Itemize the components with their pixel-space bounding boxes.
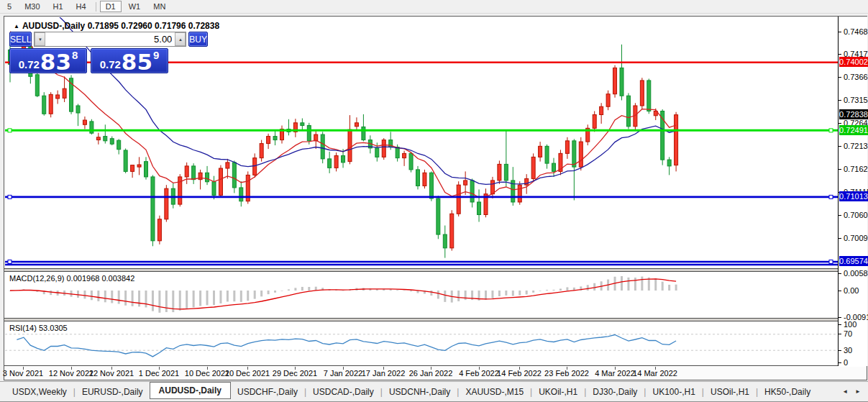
- chart-tab-bar: USDX,Weekly|EURUSD-,DailyAUDUSD-,DailyUS…: [0, 381, 868, 402]
- hline-price-badge: 0.69574: [839, 256, 868, 266]
- date-label: 26 Jan 2022: [409, 369, 453, 378]
- bid-price-big: 83: [40, 53, 71, 71]
- tab-scroll-right-icon[interactable]: ►: [855, 388, 861, 395]
- tab-usdchf-daily[interactable]: USDCHF-,Daily: [231, 384, 304, 400]
- date-label: 4 Feb 2022: [459, 369, 499, 378]
- buy-price-tile[interactable]: 0.72 85 9: [91, 48, 168, 73]
- tab-dj30-daily[interactable]: DJ30-,Daily: [586, 384, 644, 400]
- chart-title: ▲AUDUSD-,Daily 0.71895 0.72960 0.71796 0…: [14, 21, 219, 31]
- ask-price-prefix: 0.72: [100, 59, 121, 70]
- bid-price-prefix: 0.72: [19, 59, 40, 70]
- tab-uk100-h1[interactable]: UK100-,H1: [646, 384, 701, 400]
- tab-usoil-h1[interactable]: USOil-,H1: [704, 384, 756, 400]
- sell-button[interactable]: SELL: [9, 32, 32, 47]
- volume-decrease-button[interactable]: ▼: [35, 32, 45, 46]
- timeframe-button-mn[interactable]: MN: [147, 1, 171, 12]
- tab-ukoil-h1[interactable]: UKOil-,H1: [532, 384, 584, 400]
- rsi-value: 53.0305: [39, 324, 68, 332]
- tab-usdx-weekly[interactable]: USDX,Weekly: [6, 384, 73, 400]
- axis-tick-mark: [839, 350, 841, 351]
- timeframe-button-m30[interactable]: M30: [19, 1, 45, 12]
- hline-price-badge: 0.72491: [839, 125, 868, 135]
- macd-name: MACD(12,26,9): [9, 274, 64, 283]
- axis-tick-mark: [839, 32, 841, 32]
- date-label: 12 Nov 2021: [49, 369, 93, 378]
- rsi-panel[interactable]: [5, 322, 838, 365]
- axis-tick-mark: [839, 362, 841, 363]
- bid-price-pip: 8: [72, 50, 78, 60]
- price-tick-label: 0.74685: [844, 27, 868, 36]
- axis-tick-mark: [839, 324, 841, 325]
- axis-tick-mark: [839, 215, 841, 216]
- date-label: 22 Nov 2021: [89, 369, 134, 378]
- macd-tick-label: 0.00: [844, 286, 859, 295]
- volume-input[interactable]: [45, 32, 175, 46]
- tab-eurusd-daily[interactable]: EURUSD-,Daily: [76, 384, 150, 400]
- tab-usdcad-daily[interactable]: USDCAD-,Daily: [306, 384, 380, 400]
- price-tick-label: 0.70605: [844, 211, 868, 219]
- axis-tick-mark: [839, 291, 841, 291]
- rsi-tick-label: 70: [844, 329, 852, 338]
- timeframe-button-h4[interactable]: H4: [70, 1, 92, 12]
- price-tick-label: 0.72135: [844, 142, 868, 150]
- one-click-trading-panel: SELL ▼ ▲ BUY 0.72 83 8 0.72: [9, 32, 168, 73]
- axis-tick-mark: [839, 273, 841, 274]
- timeframe-button-h1[interactable]: H1: [47, 1, 69, 12]
- macd-label: MACD(12,26,9) 0.001968 0.003842: [9, 274, 134, 283]
- price-tick-label: 0.70095: [844, 234, 868, 242]
- rsi-tick-label: 30: [844, 346, 852, 355]
- price-axis[interactable]: 0.746850.741750.736650.731550.726450.721…: [838, 17, 867, 366]
- date-label: 29 Dec 2021: [273, 369, 317, 378]
- price-tick-label: 0.71625: [844, 165, 868, 173]
- chart-window: ▲AUDUSD-,Daily 0.71895 0.72960 0.71796 0…: [4, 16, 867, 380]
- rsi-tick-label: 0: [844, 358, 848, 367]
- tab-usdcnh-daily[interactable]: USDCNH-,Daily: [383, 384, 457, 400]
- tab-audusd-daily[interactable]: AUDUSD-,Daily: [150, 382, 231, 399]
- timeframe-button-5[interactable]: 5: [1, 1, 17, 12]
- date-label: 7 Jan 2022: [324, 369, 362, 378]
- ask-price-pip: 9: [153, 50, 159, 60]
- axis-tick-mark: [839, 317, 841, 318]
- ask-price-big: 85: [122, 53, 152, 71]
- tab-scroll-left-icon[interactable]: ◄: [842, 388, 848, 395]
- date-axis[interactable]: 3 Nov 202112 Nov 202122 Nov 20211 Dec 20…: [4, 367, 867, 380]
- panel-splitter[interactable]: [4, 268, 867, 272]
- axis-tick-mark: [839, 169, 841, 170]
- date-label: 20 Dec 2021: [225, 369, 270, 378]
- date-label: 14 Feb 2022: [497, 369, 542, 378]
- buy-button[interactable]: BUY: [188, 32, 208, 47]
- chevron-down-icon: ▼: [38, 37, 42, 42]
- tab-xauusd-m15[interactable]: XAUUSD-,M15: [459, 384, 530, 400]
- date-label: 23 Feb 2022: [544, 369, 589, 378]
- timeframe-button-d1[interactable]: D1: [100, 1, 122, 12]
- timeframe-toolbar: 5M30H1H4D1W1MN: [0, 0, 868, 14]
- chart-symbol-label: AUDUSD-,Daily: [22, 21, 85, 31]
- date-label: 4 Mar 2022: [595, 369, 635, 378]
- axis-tick-mark: [839, 123, 841, 124]
- price-tick-label: 0.73155: [844, 96, 868, 104]
- panel-splitter[interactable]: [4, 318, 867, 321]
- axis-tick-mark: [839, 238, 841, 239]
- axis-tick-mark: [839, 100, 841, 101]
- symbol-arrow-icon: ▲: [14, 23, 19, 29]
- current-price-badge: 0.72838: [839, 109, 868, 119]
- date-label: 1 Dec 2021: [139, 369, 179, 378]
- axis-tick-mark: [839, 77, 841, 78]
- tab-hk50-daily[interactable]: HK50-,Daily: [758, 384, 817, 400]
- volume-spinner: ▼ ▲: [34, 32, 186, 47]
- macd-tick-label: 0.00585: [844, 269, 868, 278]
- chart-ohlc-values: 0.71895 0.72960 0.71796 0.72838: [88, 21, 220, 31]
- toolbar-divider: [96, 2, 96, 12]
- panel-splitter[interactable]: [4, 365, 867, 366]
- hline-price-badge: 0.71013: [839, 191, 868, 201]
- price-tick-label: 0.73665: [844, 73, 868, 81]
- sell-price-tile[interactable]: 0.72 83 8: [9, 48, 87, 73]
- chevron-up-icon: ▲: [178, 37, 183, 42]
- volume-increase-button[interactable]: ▲: [175, 32, 186, 46]
- timeframe-button-w1[interactable]: W1: [123, 1, 147, 12]
- hline-price-badge: 0.74002: [839, 57, 868, 67]
- macd-values: 0.001968 0.003842: [66, 274, 134, 283]
- date-label: 14 Mar 2022: [633, 369, 677, 378]
- tab-scroll-nav: ◄►: [842, 388, 868, 395]
- rsi-tick-label: 100: [844, 320, 856, 329]
